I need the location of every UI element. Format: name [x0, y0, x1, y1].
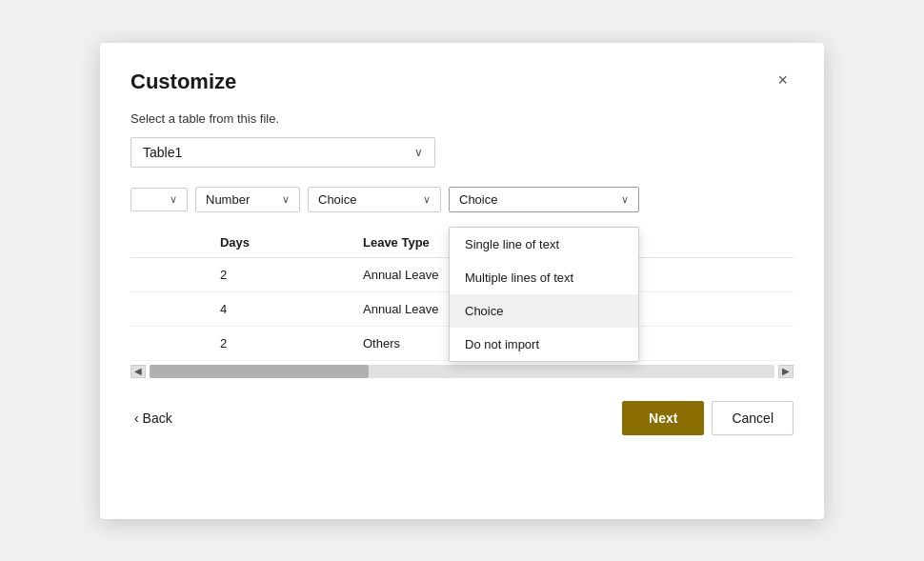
col2-header: Days [209, 228, 352, 258]
dropdown-item[interactable]: Single line of text [450, 228, 638, 261]
dialog-header: Customize × [131, 70, 793, 94]
close-button[interactable]: × [772, 70, 793, 90]
table-select[interactable]: Table1 ∨ [131, 137, 435, 168]
col4-wrapper: Choice ∨ Single line of textMultiple lin… [449, 187, 639, 212]
row2-days: 4 [209, 291, 352, 326]
selectors-row: ∨ Number ∨ Choice ∨ Choice ∨ Single line… [131, 187, 793, 220]
col1-chevron-icon: ∨ [170, 193, 177, 206]
scroll-right-arrow[interactable]: ▶ [778, 365, 793, 378]
horizontal-scrollbar[interactable]: ◀ ▶ [131, 365, 793, 378]
col2-type-selector[interactable]: Number ∨ [195, 187, 300, 212]
table-select-value: Table1 [143, 145, 182, 160]
row1-col1 [131, 257, 209, 291]
scroll-left-arrow[interactable]: ◀ [131, 365, 146, 378]
col3-selector-label: Choice [318, 192, 356, 207]
cancel-button[interactable]: Cancel [712, 401, 793, 435]
dialog-subtitle: Select a table from this file. [131, 111, 793, 126]
dropdown-item[interactable]: Do not import [450, 328, 638, 361]
customize-dialog: Customize × Select a table from this fil… [100, 43, 824, 519]
dropdown-item[interactable]: Choice [450, 294, 638, 328]
scrollbar-track[interactable] [150, 365, 774, 378]
data-area: ∨ Number ∨ Choice ∨ Choice ∨ Single line… [131, 187, 793, 393]
col4-chevron-icon: ∨ [621, 193, 629, 206]
dropdown-item[interactable]: Multiple lines of text [450, 261, 638, 294]
col1-header [131, 228, 209, 258]
col3-type-selector[interactable]: Choice ∨ [308, 187, 441, 212]
col2-chevron-icon: ∨ [282, 193, 290, 206]
table-select-chevron: ∨ [414, 146, 423, 159]
row3-col1 [131, 326, 209, 360]
dialog-title: Customize [131, 70, 236, 94]
col3-chevron-icon: ∨ [423, 193, 431, 206]
row1-days: 2 [209, 257, 352, 291]
footer-right-buttons: Next Cancel [622, 401, 793, 435]
scrollbar-thumb [150, 365, 369, 378]
row3-days: 2 [209, 326, 352, 360]
col4-type-selector[interactable]: Choice ∨ [449, 187, 639, 212]
col4-dropdown: Single line of textMultiple lines of tex… [449, 227, 639, 362]
col4-selector-label: Choice [459, 192, 497, 207]
col2-selector-label: Number [206, 192, 250, 207]
col1-type-selector[interactable]: ∨ [131, 188, 188, 211]
table-select-wrapper: Table1 ∨ [131, 137, 793, 168]
back-button[interactable]: ‹ Back [131, 403, 176, 433]
dialog-footer: ‹ Back Next Cancel [131, 401, 793, 435]
next-button[interactable]: Next [622, 401, 704, 435]
row2-col1 [131, 291, 209, 326]
